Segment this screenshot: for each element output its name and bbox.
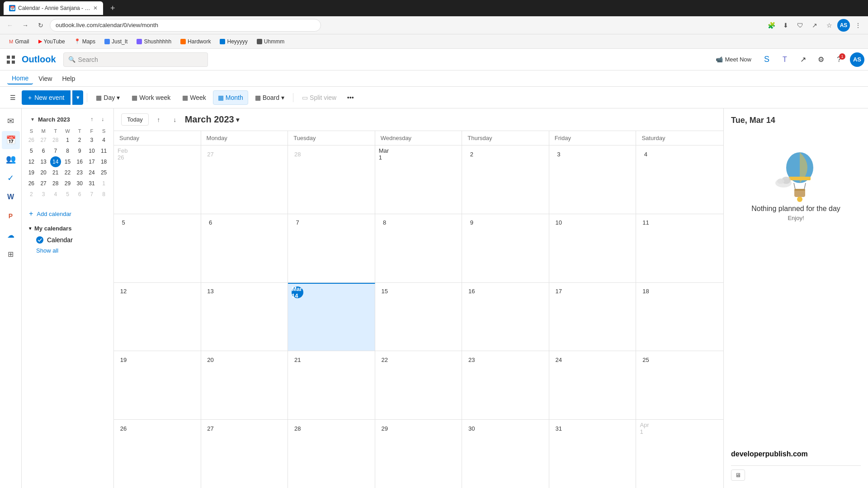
user-avatar[interactable]: AS (850, 52, 864, 67)
bottom-icon[interactable]: 🖥 (731, 469, 745, 481)
mini-cell-7[interactable]: 7 (50, 145, 61, 156)
cal-cell-mar22[interactable]: 22 (375, 351, 462, 419)
collapse-sidebar-button[interactable]: ☰ (5, 90, 20, 105)
cal-cell-mar16[interactable]: 16 (462, 283, 549, 351)
tab-close-button[interactable]: ✕ (93, 5, 98, 11)
mini-cell-7apr[interactable]: 7 (86, 189, 97, 200)
view-day-button[interactable]: ▦ Day ▾ (91, 90, 125, 105)
bookmark-justit[interactable]: Just_It (101, 38, 131, 46)
settings-button[interactable]: ⚙ (814, 52, 828, 67)
view-board-button[interactable]: ▦ Board ▾ (250, 90, 289, 105)
mini-cell-5[interactable]: 5 (26, 145, 37, 156)
mini-cell-18[interactable]: 18 (99, 156, 109, 167)
cal-cell-mar23[interactable]: 23 (462, 351, 549, 419)
skype-button[interactable]: S (760, 52, 774, 67)
profile-button[interactable]: AS (837, 19, 850, 32)
share-button[interactable]: ↗ (808, 19, 821, 32)
mail-nav-icon[interactable]: ✉ (2, 112, 20, 130)
bookmark-hey[interactable]: Heyyyyy (216, 38, 251, 46)
view-week-button[interactable]: ▦ Week (177, 90, 211, 105)
mini-cell-30[interactable]: 30 (74, 178, 85, 189)
mini-cell-25[interactable]: 25 (99, 167, 109, 178)
mini-cell-27prev[interactable]: 27 (38, 135, 49, 145)
cal-cell-apr1[interactable]: Apr 1 (636, 420, 723, 488)
mini-calendar-next-button[interactable]: ↓ (97, 114, 108, 125)
view-workweek-button[interactable]: ▦ Work week (127, 90, 175, 105)
calendar-month-title[interactable]: March 2023 ▾ (185, 114, 239, 125)
cal-cell-mar14-selected[interactable]: Mar 14 (288, 283, 375, 351)
extensions-button[interactable]: 🧩 (765, 19, 778, 32)
search-box[interactable]: 🔍 Search (63, 52, 208, 67)
cal-cell-mar10[interactable]: 10 (549, 214, 637, 282)
mini-cell-19[interactable]: 19 (26, 167, 37, 178)
mini-cell-4[interactable]: 4 (99, 135, 109, 145)
mini-cell-20[interactable]: 20 (38, 167, 49, 178)
people-nav-icon[interactable]: 👥 (2, 150, 20, 168)
cal-cell-mar13[interactable]: 13 (201, 283, 288, 351)
back-button[interactable]: ← (4, 19, 16, 32)
cal-cell-mar4[interactable]: 4 (636, 145, 723, 214)
add-calendar-button[interactable]: + Add calendar (25, 207, 110, 221)
cal-cell-feb28[interactable]: 28 (288, 145, 375, 214)
mini-cell-28[interactable]: 28 (50, 178, 61, 189)
bookmark-youtube[interactable]: ▶ YouTube (35, 38, 69, 46)
mini-cell-23[interactable]: 23 (74, 167, 85, 178)
show-all-link[interactable]: Show all (25, 245, 110, 256)
cal-cell-mar8[interactable]: 8 (375, 214, 462, 282)
cal-cell-feb26[interactable]: Feb 26 (114, 145, 201, 214)
my-calendars-header[interactable]: ▾ My calendars (25, 222, 110, 235)
bookmark-button[interactable]: ☆ (823, 19, 835, 32)
cal-cell-mar11[interactable]: 11 (636, 214, 723, 282)
mini-cell-5apr[interactable]: 5 (62, 189, 73, 200)
meet-now-button[interactable]: 📹 Meet Now (711, 54, 756, 65)
teams-button[interactable]: T (778, 52, 792, 67)
cal-cell-mar19[interactable]: 19 (114, 351, 201, 419)
todo-nav-icon[interactable]: ✓ (2, 169, 20, 187)
cal-cell-feb27[interactable]: 27 (201, 145, 288, 214)
new-tab-button[interactable]: + (105, 1, 121, 15)
mini-cell-14-today[interactable]: 14 (50, 156, 61, 167)
mini-calendar-collapse-button[interactable]: ▾ (27, 114, 38, 125)
mini-cell-22[interactable]: 22 (62, 167, 73, 178)
refresh-button[interactable]: ↻ (34, 19, 47, 32)
cal-cell-mar1[interactable]: Mar 1 (375, 145, 462, 214)
mini-cell-26prev[interactable]: 26 (26, 135, 37, 145)
mini-cell-2[interactable]: 2 (74, 135, 85, 145)
mini-cell-6[interactable]: 6 (38, 145, 49, 156)
cal-cell-mar20[interactable]: 20 (201, 351, 288, 419)
mini-cell-3[interactable]: 3 (86, 135, 97, 145)
onedrive-nav-icon[interactable]: ☁ (2, 226, 20, 244)
adblock-button[interactable]: 🛡 (794, 19, 807, 32)
cal-cell-mar12[interactable]: 12 (114, 283, 201, 351)
mini-cell-11[interactable]: 11 (99, 145, 109, 156)
address-bar[interactable]: outlook.live.com/calendar/0/view/month (50, 19, 321, 32)
mini-cell-15[interactable]: 15 (62, 156, 73, 167)
cal-cell-mar15[interactable]: 15 (375, 283, 462, 351)
share-ext-button[interactable]: ↗ (796, 52, 810, 67)
new-event-dropdown-button[interactable]: ▾ (72, 90, 83, 105)
more-apps-icon[interactable]: ⊞ (2, 245, 20, 263)
mini-cell-2apr[interactable]: 2 (26, 189, 37, 200)
mini-cell-3apr[interactable]: 3 (38, 189, 49, 200)
mini-cell-29[interactable]: 29 (62, 178, 73, 189)
mini-cell-28prev[interactable]: 28 (50, 135, 61, 145)
cal-cell-mar7[interactable]: 7 (288, 214, 375, 282)
menu-view[interactable]: View (34, 73, 57, 84)
help-button[interactable]: ? 1 (832, 52, 846, 67)
mini-cell-8apr[interactable]: 8 (99, 189, 109, 200)
calendar-nav-icon[interactable]: 📅 (2, 131, 20, 149)
mini-cell-8[interactable]: 8 (62, 145, 73, 156)
mini-cell-24[interactable]: 24 (86, 167, 97, 178)
cal-cell-mar28[interactable]: 28 (288, 420, 375, 488)
cal-cell-mar26[interactable]: 26 (114, 420, 201, 488)
cal-cell-mar6[interactable]: 6 (201, 214, 288, 282)
forward-button[interactable]: → (19, 19, 32, 32)
split-view-button[interactable]: ▭ Split view (297, 90, 341, 105)
cal-cell-mar29[interactable]: 29 (375, 420, 462, 488)
calendar-next-button[interactable]: ↓ (169, 113, 181, 126)
word-nav-icon[interactable]: W (2, 188, 20, 206)
mini-cell-27[interactable]: 27 (38, 178, 49, 189)
cal-cell-mar17[interactable]: 17 (549, 283, 637, 351)
bookmark-uhm[interactable]: Uhmmm (253, 38, 288, 46)
mini-cell-9[interactable]: 9 (74, 145, 85, 156)
